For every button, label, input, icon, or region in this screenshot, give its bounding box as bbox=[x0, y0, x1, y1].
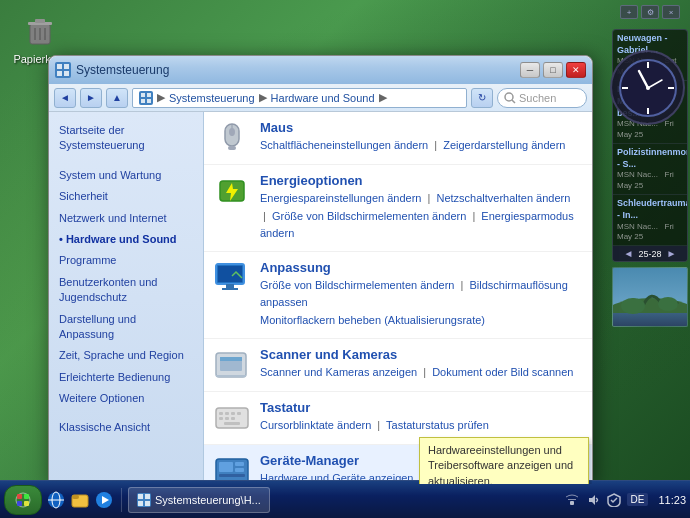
sidebar-item-klassisch[interactable]: Klassische Ansicht bbox=[49, 417, 203, 438]
window-title: Systemsteuerung bbox=[76, 63, 520, 77]
svg-rect-76 bbox=[24, 494, 29, 499]
taskbar-clock: 11:23 bbox=[658, 494, 686, 506]
gadget-settings-btn[interactable]: ⚙ bbox=[641, 5, 659, 19]
tray-volume-icon[interactable] bbox=[585, 492, 601, 508]
path-systemsteuerung[interactable]: Systemsteuerung bbox=[169, 92, 255, 104]
news-item-3[interactable]: Polizistinnenmord - S... MSN Nac... Fri … bbox=[613, 144, 687, 195]
energie-icon bbox=[214, 173, 250, 209]
sidebar-item-netzwerk[interactable]: Netzwerk und Internet bbox=[49, 208, 203, 229]
anpassung-icon bbox=[214, 260, 250, 296]
up-button[interactable]: ▲ bbox=[106, 88, 128, 108]
desktop: Papierkorb + ⚙ × bbox=[0, 0, 690, 518]
maus-title[interactable]: Maus bbox=[260, 120, 582, 135]
ie-icon[interactable] bbox=[45, 489, 67, 511]
anpassung-text: Anpassung Größe von Bildschirmelementen … bbox=[260, 260, 582, 330]
svg-rect-40 bbox=[222, 288, 238, 290]
svg-rect-91 bbox=[570, 501, 574, 505]
svg-rect-48 bbox=[225, 412, 229, 415]
tray-security-icon[interactable] bbox=[606, 492, 622, 508]
svg-rect-20 bbox=[57, 64, 62, 69]
sidebar-item-zeit[interactable]: Zeit, Sprache und Region bbox=[49, 345, 203, 366]
scanner-title[interactable]: Scanner und Kameras bbox=[260, 347, 582, 362]
anpassung-links: Größe von Bildschirmelementen ändern | B… bbox=[260, 277, 582, 330]
energie-text: Energieoptionen Energiespareinstellungen… bbox=[260, 173, 582, 243]
news-prev-btn[interactable]: ◄ bbox=[624, 248, 634, 259]
tastatur-icon bbox=[214, 400, 250, 436]
refresh-button[interactable]: ↻ bbox=[471, 88, 493, 108]
sidebar-item-programme[interactable]: Programme bbox=[49, 250, 203, 271]
tray-network-icon[interactable] bbox=[564, 492, 580, 508]
back-button[interactable]: ◄ bbox=[54, 88, 76, 108]
taskbar-separator-1 bbox=[121, 488, 122, 512]
photo-widget bbox=[612, 267, 688, 327]
forward-button[interactable]: ► bbox=[80, 88, 102, 108]
svg-rect-57 bbox=[235, 462, 244, 466]
sidebar-item-darstellung[interactable]: Darstellung und Anpassung bbox=[49, 309, 203, 346]
sidebar-item-erleichtert[interactable]: Erleichterte Bedienung bbox=[49, 367, 203, 388]
taskbar-quick-launch bbox=[45, 489, 115, 511]
start-button[interactable] bbox=[4, 485, 42, 515]
svg-point-18 bbox=[658, 297, 678, 311]
taskbar-window-label: Systemsteuerung\H... bbox=[155, 494, 261, 506]
svg-rect-16 bbox=[613, 313, 688, 327]
svg-rect-90 bbox=[145, 501, 150, 506]
window-icon bbox=[55, 62, 71, 78]
news-item-4[interactable]: Schleudertrauma - In... MSN Nac... Fri M… bbox=[613, 195, 687, 246]
svg-rect-78 bbox=[24, 501, 29, 506]
address-path[interactable]: ▶ Systemsteuerung ▶ Hardware und Sound ▶ bbox=[132, 88, 467, 108]
svg-rect-50 bbox=[237, 412, 241, 415]
sidebar-item-hardware[interactable]: Hardware und Sound bbox=[49, 229, 203, 250]
news-page-label: 25-28 bbox=[638, 249, 661, 259]
scanner-text: Scanner und Kameras Scanner und Kameras … bbox=[260, 347, 582, 382]
tooltip-popup: Hardwareeinstellungen und Treibersoftwar… bbox=[419, 437, 589, 484]
search-placeholder: Suchen bbox=[519, 92, 556, 104]
window-controls: ─ □ ✕ bbox=[520, 62, 586, 78]
maximize-button[interactable]: □ bbox=[543, 62, 563, 78]
left-sidebar: Startseite der Systemsteuerung System un… bbox=[49, 112, 204, 484]
svg-rect-22 bbox=[57, 71, 62, 76]
svg-point-33 bbox=[229, 128, 235, 136]
svg-marker-93 bbox=[589, 495, 595, 505]
category-energie: Energieoptionen Energiespareinstellungen… bbox=[204, 165, 592, 252]
sidebar-item-benutzer[interactable]: Benutzerkonten und Jugendschutz bbox=[49, 272, 203, 309]
close-button[interactable]: ✕ bbox=[566, 62, 586, 78]
tastatur-title[interactable]: Tastatur bbox=[260, 400, 582, 415]
sidebar-item-sicherheit[interactable]: Sicherheit bbox=[49, 186, 203, 207]
maus-text: Maus Schaltflächeneinstellungen ändern |… bbox=[260, 120, 582, 155]
svg-rect-59 bbox=[219, 474, 245, 477]
sidebar-item-weitere[interactable]: Weitere Optionen bbox=[49, 388, 203, 409]
media-icon[interactable] bbox=[93, 489, 115, 511]
maus-icon bbox=[214, 120, 250, 156]
svg-rect-56 bbox=[219, 462, 233, 472]
clock-widget bbox=[610, 50, 685, 125]
svg-rect-51 bbox=[219, 417, 223, 420]
gadget-add-btn[interactable]: + bbox=[620, 5, 638, 19]
svg-rect-2 bbox=[35, 19, 45, 23]
search-box[interactable]: Suchen bbox=[497, 88, 587, 108]
title-bar: Systemsteuerung ─ □ ✕ bbox=[49, 56, 592, 84]
gadget-close-btn[interactable]: × bbox=[662, 5, 680, 19]
path-hardware[interactable]: Hardware und Sound bbox=[271, 92, 375, 104]
explorer-icon[interactable] bbox=[69, 489, 91, 511]
minimize-button[interactable]: ─ bbox=[520, 62, 540, 78]
svg-rect-25 bbox=[141, 93, 145, 97]
right-sidebar: + ⚙ × Neuwagen - Gabriel ... bbox=[610, 0, 690, 518]
category-maus: Maus Schaltflächeneinstellungen ändern |… bbox=[204, 112, 592, 165]
svg-rect-87 bbox=[138, 494, 143, 499]
svg-rect-83 bbox=[72, 495, 79, 499]
svg-rect-88 bbox=[145, 494, 150, 499]
address-bar: ◄ ► ▲ ▶ Systemsteuerung ▶ Hardware und S… bbox=[49, 84, 592, 112]
categories-list: Maus Schaltflächeneinstellungen ändern |… bbox=[204, 112, 592, 484]
svg-point-29 bbox=[505, 93, 513, 101]
language-badge[interactable]: DE bbox=[627, 493, 649, 506]
news-next-btn[interactable]: ► bbox=[667, 248, 677, 259]
sidebar-item-startseite[interactable]: Startseite der Systemsteuerung bbox=[49, 120, 203, 157]
energie-title[interactable]: Energieoptionen bbox=[260, 173, 582, 188]
sidebar-item-system[interactable]: System und Wartung bbox=[49, 165, 203, 186]
path-home bbox=[139, 90, 153, 104]
energie-links: Energiespareinstellungen ändern | Netzsc… bbox=[260, 190, 582, 243]
anpassung-title[interactable]: Anpassung bbox=[260, 260, 582, 275]
taskbar-window-item[interactable]: Systemsteuerung\H... bbox=[128, 487, 270, 513]
svg-line-30 bbox=[512, 100, 515, 103]
recycle-bin-icon bbox=[20, 10, 60, 50]
